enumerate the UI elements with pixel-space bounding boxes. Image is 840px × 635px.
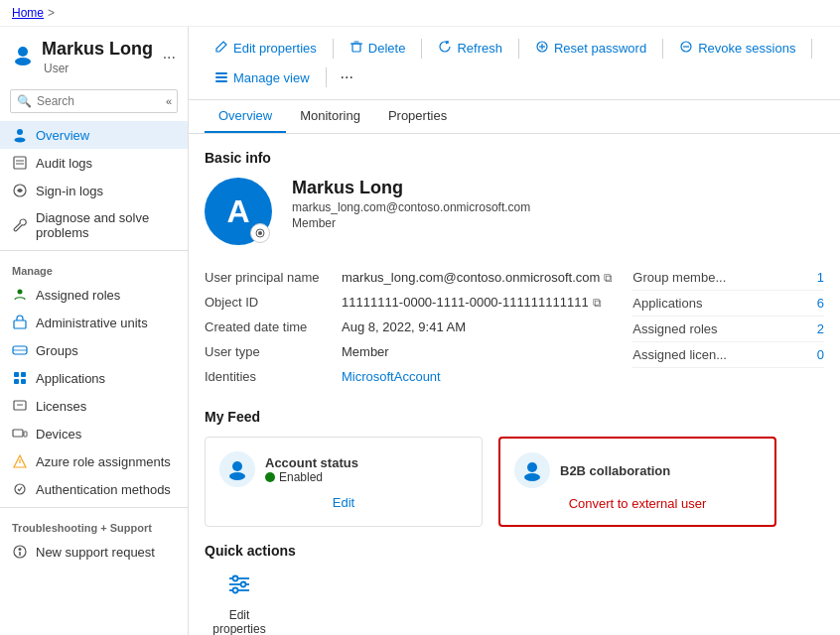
right-properties: Group membe... 1 Applications 6 Assigned… [613,265,824,389]
sidebar-item-new-support[interactable]: New support request [0,538,188,566]
account-status-title: Account status [265,455,358,470]
convert-external-user-link[interactable]: Convert to external user [514,496,761,511]
svg-rect-19 [24,432,27,437]
svg-point-0 [18,47,28,57]
sidebar-item-overview[interactable]: Overview [0,121,188,149]
sidebar-devices-label: Devices [36,427,81,442]
sidebar-item-diagnose[interactable]: Diagnose and solve problems [0,204,188,246]
identities-link[interactable]: MicrosoftAccount [342,369,441,384]
user-avatar: A [205,178,272,245]
user-role-tag: Member [292,216,530,230]
delete-button[interactable]: Delete [340,35,416,62]
object-id-row: Object ID 11111111-0000-1111-0000-111111… [205,290,613,315]
status-dot-enabled [265,472,275,482]
breadcrumb-separator: > [48,6,55,20]
svg-point-38 [232,461,242,471]
assigned-licenses-row: Assigned licen... 0 [632,342,824,368]
assigned-licenses-value[interactable]: 0 [817,347,824,362]
sidebar-user-name: Markus Long [42,39,153,60]
sidebar-item-sign-in-logs[interactable]: Sign-in logs [0,177,188,204]
account-status-header: Account status Enabled [219,451,468,487]
nav-divider [0,250,188,251]
identities-label: Identities [205,369,334,384]
avatar-edit-button[interactable] [250,223,270,243]
page-content: Basic info A Markus Long markus_long.com… [189,134,840,635]
manage-view-button[interactable]: Manage view [205,64,320,91]
delete-icon [350,40,363,57]
sidebar-item-auth-methods[interactable]: Authentication methods [0,475,188,503]
sidebar-item-licenses[interactable]: Licenses [0,392,188,420]
toolbar-sep1 [333,39,334,59]
sidebar-overview-label: Overview [36,128,89,143]
collapse-icon[interactable]: « [166,95,172,107]
basic-info-section: A Markus Long markus_long.com@contoso.on… [205,178,824,245]
properties-grid: User principal name markus_long.com@cont… [205,265,824,389]
sidebar-item-devices[interactable]: Devices [0,420,188,447]
sidebar-item-applications[interactable]: Applications [0,364,188,392]
search-input[interactable] [10,89,178,113]
copy-upn-icon[interactable]: ⧉ [604,271,613,285]
b2b-card: B2B collaboration Convert to external us… [498,437,776,527]
account-status-edit-link[interactable]: Edit [219,495,468,510]
upn-row: User principal name markus_long.com@cont… [205,265,613,290]
sidebar-item-azure-roles[interactable]: Azure role assignments [0,447,188,475]
account-status-card: Account status Enabled Edit [205,437,483,527]
upn-value: markus_long.com@contoso.onmicrosoft.com … [342,270,613,285]
my-feed-section: My Feed Account status E [205,409,824,527]
assigned-roles-value[interactable]: 2 [817,321,824,336]
tab-properties[interactable]: Properties [374,100,461,133]
sidebar-user-role: User [42,62,153,75]
sidebar-item-groups[interactable]: Groups [0,336,188,364]
auth-icon [12,481,28,497]
sidebar-azure-roles-label: Azure role assignments [36,454,171,469]
manage-view-icon [214,69,228,86]
user-type-label: User type [205,344,334,359]
applications-value[interactable]: 6 [817,296,824,311]
tabs: Overview Monitoring Properties [189,100,840,134]
tab-monitoring[interactable]: Monitoring [286,100,374,133]
reset-pwd-icon [535,40,549,57]
toolbar: Edit properties Delete Refresh [189,27,840,100]
svg-rect-35 [215,80,227,82]
left-properties: User principal name markus_long.com@cont… [205,265,613,389]
avatar-letter: A [226,193,249,230]
svg-rect-9 [14,320,26,328]
identities-row: Identities MicrosoftAccount [205,364,613,389]
devices-icon [12,426,28,442]
group-members-row: Group membe... 1 [632,265,824,291]
svg-rect-4 [14,157,26,169]
admin-icon [12,315,28,330]
refresh-button[interactable]: Refresh [428,35,512,62]
group-members-value[interactable]: 1 [817,270,824,285]
home-link[interactable]: Home [12,6,44,20]
basic-info-title: Basic info [205,150,824,166]
toolbar-more-button[interactable]: ··· [333,64,361,91]
assigned-licenses-label: Assigned licen... [632,347,727,362]
svg-point-41 [524,473,540,481]
svg-point-37 [258,231,262,235]
reset-password-button[interactable]: Reset password [525,35,656,62]
sidebar-item-admin-units[interactable]: Administrative units [0,309,188,336]
revoke-sessions-button[interactable]: Revoke sessions [669,35,805,62]
sidebar-item-audit-logs[interactable]: Audit logs [0,149,188,177]
tab-overview[interactable]: Overview [205,100,286,133]
quick-action-edit-properties[interactable]: Edit properties [205,571,274,635]
sidebar-assigned-roles-label: Assigned roles [36,288,120,303]
created-value: Aug 8, 2022, 9:41 AM [342,319,466,334]
support-icon [12,544,28,560]
copy-object-id-icon[interactable]: ⧉ [593,296,602,310]
groups-icon [12,342,28,358]
svg-rect-18 [13,430,23,437]
sidebar-applications-label: Applications [36,371,105,386]
user-type-value: Member [342,344,389,359]
sidebar-more-icon[interactable]: ··· [163,49,176,66]
svg-point-24 [19,548,22,551]
svg-point-2 [17,129,23,135]
sidebar-admin-units-label: Administrative units [36,316,148,330]
edit-properties-button[interactable]: Edit properties [205,35,327,62]
identities-value: MicrosoftAccount [342,369,441,384]
main-content: Edit properties Delete Refresh [189,27,840,635]
revoke-icon [679,40,693,57]
sidebar-search: 🔍 « [10,89,178,113]
sidebar-item-assigned-roles[interactable]: Assigned roles [0,281,188,309]
